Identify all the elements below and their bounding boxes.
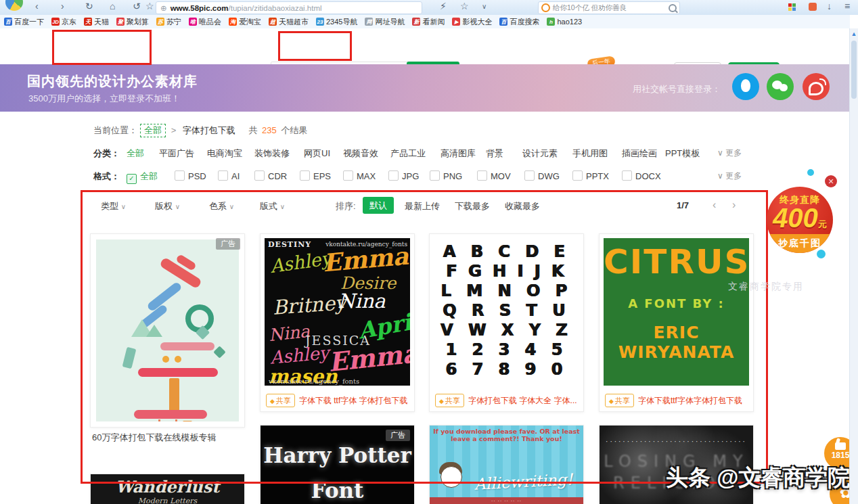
checkbox-icon[interactable] [300,170,310,181]
scroll-up-icon[interactable]: ▲ [850,30,858,37]
format-item[interactable]: DWG [524,170,560,181]
bookmark-item[interactable]: 超天猫超市 [269,17,309,27]
sort-favorites-button[interactable]: 收藏最多 [505,200,540,212]
category-item[interactable]: 手机用图 [572,147,608,160]
category-item[interactable]: 产品工业 [390,147,426,160]
category-item[interactable]: 平面广告 [159,147,194,160]
card-caption[interactable]: 字体下载ttf字体字体打包下载 [638,395,742,407]
scrollbar[interactable]: ▲ [849,28,858,504]
lightning-icon[interactable]: ⚡ [440,1,447,12]
browser-search-box[interactable]: 给你10个亿 但劝你善良 [538,1,680,14]
bookmark-item[interactable]: 百百度一下 [4,17,44,27]
back-icon[interactable]: ‹ [35,1,39,12]
result-card-alphabet[interactable]: A B C D E F G H I J K L M N O P Q R S T … [429,233,584,412]
checkbox-checked-icon[interactable]: ✓ [127,174,137,184]
bookmark-item[interactable]: 唯唯品会 [189,17,221,27]
breadcrumb-all[interactable]: 全部 [140,124,166,137]
color-dropdown[interactable]: 色系 ∨ [209,200,234,212]
bookmark-item[interactable]: 聚聚划算 [116,17,149,27]
format-item[interactable]: PNG [430,170,462,181]
bookmark-item[interactable]: 苏苏宁 [156,17,181,27]
format-item[interactable]: PSD [175,170,206,181]
format-item[interactable]: PPTX [572,170,609,181]
category-more-button[interactable]: ∨ 更多 [717,147,742,159]
category-item[interactable]: PPT模板 [665,147,700,160]
category-item[interactable]: 设计元素 [522,147,558,160]
sort-newest-button[interactable]: 最新上传 [405,200,440,212]
card-caption-bar[interactable]: ◆共享 字体下载 ttf字体 字体打包下载 [261,390,414,411]
result-card-ad[interactable]: 广告 [90,233,245,428]
bookmark-item[interactable]: ▶影视大全 [452,17,492,27]
bookmark-item[interactable]: 淘爱淘宝 [229,17,261,27]
wechat-login-icon[interactable] [767,73,794,100]
bookmark-item[interactable]: 232345导航 [316,17,357,27]
category-item[interactable]: 高清图库 [441,147,476,160]
bookmark-item[interactable]: 网网址导航 [365,17,405,27]
site-info-icon[interactable]: ⊕ [160,3,167,13]
card-caption-bar[interactable]: ◆共享 字体下载ttf字体字体打包下载 [600,390,753,411]
layout-dropdown[interactable]: 版式 ∨ [260,200,285,212]
category-item[interactable]: 全部 [127,147,144,160]
format-item[interactable]: AI [218,170,240,181]
download-icon[interactable]: ↓ [827,1,832,12]
scrollbar-thumb[interactable] [851,41,857,99]
license-dropdown[interactable]: 版权 ∨ [155,200,180,212]
home-icon[interactable]: ⌂ [110,1,115,12]
bookmark-item[interactable]: hhao123 [547,18,582,26]
chevron-down-icon[interactable]: ∨ [482,3,487,10]
format-item[interactable]: DOCX [622,170,661,181]
extension-icon[interactable] [809,3,817,11]
result-card-citrus[interactable]: CITRUS A FONT BY : ERIC WIRYANATA ◆共享 字体… [599,233,754,412]
result-card-font-pack[interactable]: DESTINY vkontakte.ru/agency_fonts Ashley… [260,233,415,412]
result-card-alliewriting[interactable]: If you download please fave. OR at least… [429,425,584,504]
category-item[interactable]: 装饰装修 [254,147,290,160]
prev-page-icon[interactable]: ‹ [713,199,716,211]
card-caption[interactable]: 60万字体打包下载在线模板专辑 [92,432,216,444]
format-item[interactable]: ✓全部 [127,170,158,184]
category-item[interactable]: 网页UI [304,147,330,160]
bookmark-item[interactable]: 新看新闻 [412,17,445,27]
search-icon[interactable] [669,4,677,12]
type-dropdown[interactable]: 类型 ∨ [101,200,126,212]
category-item[interactable]: 插画绘画 [622,147,657,160]
format-item[interactable]: MOV [477,170,511,181]
bookmark-item[interactable]: 天天猫 [84,17,109,27]
undo-icon[interactable]: ↺ [133,1,141,12]
result-card-harry-potter[interactable]: 广告 Harry Potter Font [260,425,415,504]
reload-icon[interactable]: ↻ [85,1,93,12]
checkbox-icon[interactable] [343,170,353,181]
category-item[interactable]: 视频音效 [343,147,378,160]
category-item[interactable]: 电商淘宝 [207,147,242,160]
checkbox-icon[interactable] [175,170,185,181]
close-icon[interactable]: ✕ [825,175,837,187]
sort-default-button[interactable]: 默认 [363,197,394,214]
checkbox-icon[interactable] [477,170,487,181]
format-item[interactable]: EPS [300,170,331,181]
bookmark-item[interactable]: JD京东 [51,17,76,27]
category-item[interactable]: 背景 [486,147,503,160]
card-caption[interactable]: 字体下载 ttf字体 字体打包下载 [299,395,408,407]
next-page-icon[interactable]: › [732,199,736,211]
card-caption[interactable]: 字体打包下载 字体大全 字体... [468,395,577,407]
format-more-button[interactable]: ∨ 更多 [717,170,742,182]
qq-login-icon[interactable] [732,73,759,100]
card-caption-bar[interactable]: ◆共享 字体打包下载 字体大全 字体... [430,390,583,411]
url-bar[interactable]: ⊕ www.58pic.com/tupian/zitidabaoxiazai.h… [156,1,422,14]
promo-badge[interactable]: 终身直降 400元 抄底千图 [767,187,833,253]
apps-grid-icon[interactable] [788,3,796,11]
favorite-star-icon[interactable]: ☆ [460,1,469,12]
format-item[interactable]: MAX [343,170,376,181]
result-card-wanderlust[interactable]: Wanderlust Modern Letters [90,474,245,504]
sort-downloads-button[interactable]: 下载最多 [455,200,490,212]
forward-icon[interactable]: › [61,1,64,12]
format-item[interactable]: JPG [388,170,419,181]
bookmark-star-icon[interactable]: ☆ [145,1,154,12]
checkbox-icon[interactable] [572,170,583,181]
menu-icon[interactable]: ≡ [844,1,850,12]
checkbox-icon[interactable] [430,170,440,181]
weibo-login-icon[interactable] [803,73,830,100]
bookmark-item[interactable]: 百百度搜索 [499,17,539,27]
checkbox-icon[interactable] [254,170,265,181]
checkbox-icon[interactable] [622,170,632,181]
checkbox-icon[interactable] [218,170,228,181]
